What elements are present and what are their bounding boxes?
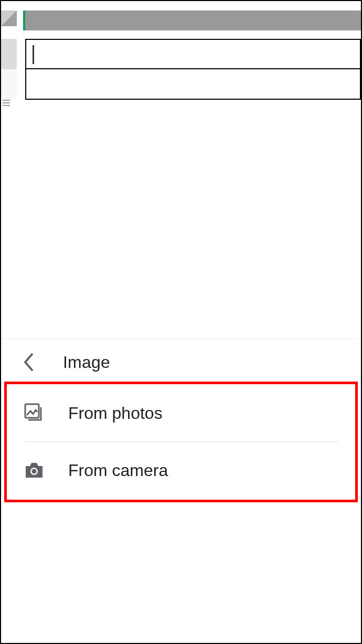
- from-camera-label: From camera: [68, 461, 168, 480]
- image-source-list: From photos From camera: [1, 385, 361, 499]
- drag-lines-icon: [3, 100, 10, 106]
- panel-title: Image: [63, 353, 110, 372]
- cell-below[interactable]: [25, 69, 361, 100]
- text-cursor: [33, 45, 34, 64]
- from-camera-option[interactable]: From camera: [22, 442, 340, 499]
- photos-icon: [22, 403, 46, 424]
- image-insert-panel: Image From photos: [1, 340, 361, 643]
- corner-triangle-icon: [1, 10, 17, 26]
- column-header-selected[interactable]: [25, 10, 361, 30]
- app-frame: Image From photos: [0, 0, 362, 644]
- camera-icon: [22, 461, 46, 480]
- svg-point-2: [32, 469, 37, 474]
- chevron-left-icon: [23, 353, 34, 372]
- row-header-2[interactable]: [1, 69, 17, 100]
- active-cell[interactable]: [25, 39, 361, 69]
- from-photos-option[interactable]: From photos: [22, 385, 340, 441]
- selection-marker: [23, 10, 25, 30]
- back-button[interactable]: [16, 350, 41, 375]
- panel-header: Image: [1, 340, 361, 385]
- spreadsheet-area: [1, 1, 361, 106]
- row-header-1[interactable]: [1, 39, 17, 69]
- from-photos-label: From photos: [68, 404, 163, 423]
